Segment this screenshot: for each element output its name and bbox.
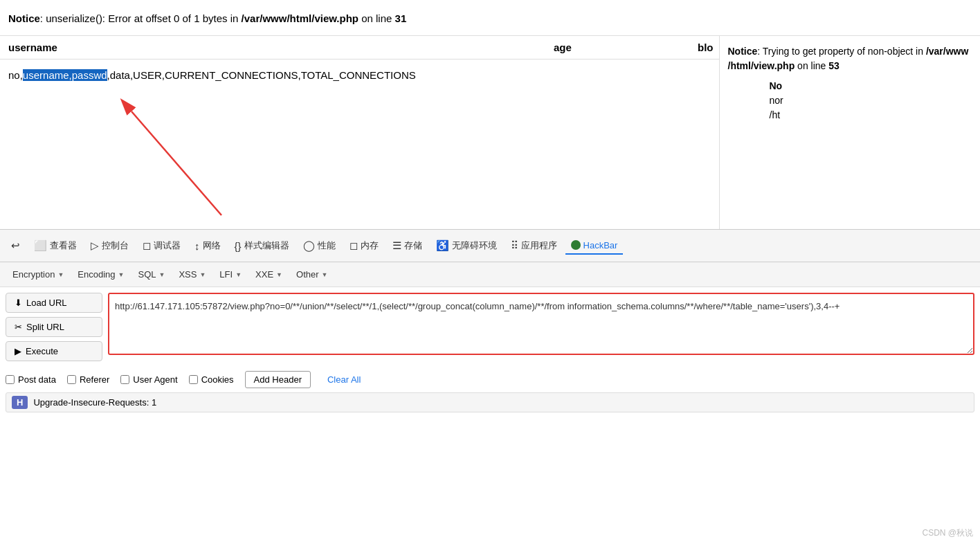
devtools-style-editor-label: 样式编辑器	[244, 239, 289, 252]
devtools-storage-label: 存储	[404, 239, 422, 252]
hackbar-label: HackBar	[583, 240, 618, 251]
encryption-arrow-icon: ▼	[57, 271, 64, 278]
storage-icon: ☰	[392, 239, 401, 252]
devtools-inspector[interactable]: ⬜ 查看器	[28, 237, 82, 255]
svg-line-1	[131, 111, 221, 215]
arrow-annotation	[0, 91, 719, 229]
devtools-performance[interactable]: ◯ 性能	[298, 237, 341, 255]
application-icon: ⠿	[511, 239, 518, 252]
other-dropdown[interactable]: Other ▼	[289, 266, 334, 282]
debugger-icon: ◻	[143, 239, 151, 252]
devtools-debugger[interactable]: ◻ 调试器	[137, 237, 186, 255]
user-agent-label: User Agent	[133, 374, 177, 385]
xss-arrow-icon: ▼	[199, 271, 206, 278]
devtools-console-label: 控制台	[102, 239, 129, 252]
cookies-input[interactable]	[189, 375, 198, 384]
hackbar-panel: Encryption ▼ Encoding ▼ SQL ▼ XSS ▼ LFI …	[0, 262, 980, 412]
encryption-label: Encryption	[12, 269, 55, 280]
sql-arrow-icon: ▼	[159, 271, 165, 278]
user-agent-checkbox[interactable]: User Agent	[120, 374, 177, 385]
post-data-checkbox[interactable]: Post data	[6, 374, 56, 385]
devtools-storage[interactable]: ☰ 存储	[387, 237, 428, 255]
devtools-memory-label: 内存	[361, 239, 379, 252]
table-header: username age blo	[0, 36, 719, 60]
load-url-label: Load URL	[26, 298, 67, 308]
devtools-network[interactable]: ↕ 网络	[189, 237, 226, 255]
devtools-hackbar[interactable]: HackBar	[565, 237, 624, 255]
user-agent-input[interactable]	[120, 375, 129, 384]
devtools-style-editor[interactable]: {} 样式编辑器	[229, 237, 295, 255]
table-row: no,username,passwd,data,USER,CURRENT_CON…	[0, 60, 719, 91]
clear-all-button[interactable]: Clear All	[322, 372, 366, 388]
hackbar-toolbar: Encryption ▼ Encoding ▼ SQL ▼ XSS ▼ LFI …	[0, 262, 980, 287]
devtools-accessibility[interactable]: ♿ 无障碍环境	[430, 237, 502, 255]
encoding-arrow-icon: ▼	[118, 271, 125, 278]
col-blo-header: blo	[692, 42, 719, 53]
csdn-watermark: CSDN @秋说	[922, 527, 973, 539]
notice-text: : unserialize(): Error at offset 0 of 1 …	[40, 12, 242, 24]
memory-icon: ◻	[350, 239, 358, 252]
hackbar-left-buttons: ⬇ Load URL ✂ Split URL ▶ Execute	[6, 293, 102, 361]
url-input[interactable]	[108, 293, 974, 355]
devtools-application-label: 应用程序	[521, 239, 557, 252]
hackbar-dot-icon	[571, 240, 581, 250]
top-notice: Notice: unserialize(): Error at offset 0…	[0, 7, 980, 30]
xxe-dropdown[interactable]: XXE ▼	[248, 266, 289, 282]
referer-label: Referer	[80, 374, 109, 385]
load-url-icon: ⬇	[15, 298, 22, 308]
execute-button[interactable]: ▶ Execute	[6, 341, 102, 361]
hackbar-url-area	[108, 293, 974, 361]
sql-dropdown[interactable]: SQL ▼	[131, 266, 172, 282]
split-url-button[interactable]: ✂ Split URL	[6, 317, 102, 337]
devtools-network-label: 网络	[203, 239, 221, 252]
checkboxes-row: Post data Referer User Agent Cookies Add…	[0, 367, 980, 392]
lfi-label: LFI	[219, 269, 233, 280]
col-username-header: username	[0, 42, 554, 53]
devtools-application[interactable]: ⠿ 应用程序	[505, 237, 563, 255]
lfi-dropdown[interactable]: LFI ▼	[212, 266, 248, 282]
split-url-label: Split URL	[26, 322, 64, 332]
execute-icon: ▶	[15, 346, 21, 356]
post-data-input[interactable]	[6, 375, 15, 384]
sql-label: SQL	[138, 269, 156, 280]
hackbar-content: ⬇ Load URL ✂ Split URL ▶ Execute	[0, 287, 980, 367]
notice-path: /var/www/html/view.php	[242, 12, 359, 24]
add-header-button[interactable]: Add Header	[245, 371, 311, 388]
row-highlight: username,passwd	[23, 69, 107, 81]
cookies-label: Cookies	[201, 374, 234, 385]
network-icon: ↕	[194, 240, 200, 252]
devtools-accessibility-label: 无障碍环境	[452, 239, 497, 252]
inspector-icon: ⬜	[34, 239, 47, 252]
cookies-checkbox[interactable]: Cookies	[189, 374, 234, 385]
encryption-dropdown[interactable]: Encryption ▼	[6, 266, 71, 282]
devtools-back[interactable]: ↩	[6, 237, 26, 255]
encoding-dropdown[interactable]: Encoding ▼	[71, 266, 131, 282]
notice-suffix: on line	[359, 12, 395, 24]
xss-label: XSS	[179, 269, 197, 280]
devtools-console[interactable]: ▷ 控制台	[85, 237, 134, 255]
right-notice-1: Notice: Trying to get property of non-ob…	[728, 42, 972, 76]
right-notice-2: Nonor/ht	[770, 76, 972, 125]
xxe-arrow-icon: ▼	[276, 271, 282, 278]
load-url-button[interactable]: ⬇ Load URL	[6, 293, 102, 313]
devtools-memory[interactable]: ◻ 内存	[344, 237, 384, 255]
row-text-before: no,	[8, 69, 23, 81]
performance-icon: ◯	[303, 239, 315, 252]
xss-dropdown[interactable]: XSS ▼	[172, 266, 212, 282]
accessibility-icon: ♿	[436, 239, 449, 252]
header-row: H Upgrade-Insecure-Requests: 1	[6, 392, 974, 412]
other-arrow-icon: ▼	[322, 271, 328, 278]
xxe-label: XXE	[255, 269, 273, 280]
right-notices: Notice: Trying to get property of non-ob…	[720, 36, 981, 229]
lfi-arrow-icon: ▼	[235, 271, 242, 278]
split-url-icon: ✂	[15, 322, 22, 332]
col-age-header: age	[554, 42, 692, 53]
notice-label: Notice	[8, 12, 40, 24]
devtools-inspector-label: 查看器	[50, 239, 77, 252]
referer-checkbox[interactable]: Referer	[67, 374, 109, 385]
console-icon: ▷	[91, 239, 99, 252]
other-label: Other	[296, 269, 319, 280]
referer-input[interactable]	[67, 375, 76, 384]
row-text-after: ,data,USER,CURRENT_CONNECTIONS,TOTAL_CON…	[107, 69, 416, 81]
devtools-debugger-label: 调试器	[154, 239, 181, 252]
